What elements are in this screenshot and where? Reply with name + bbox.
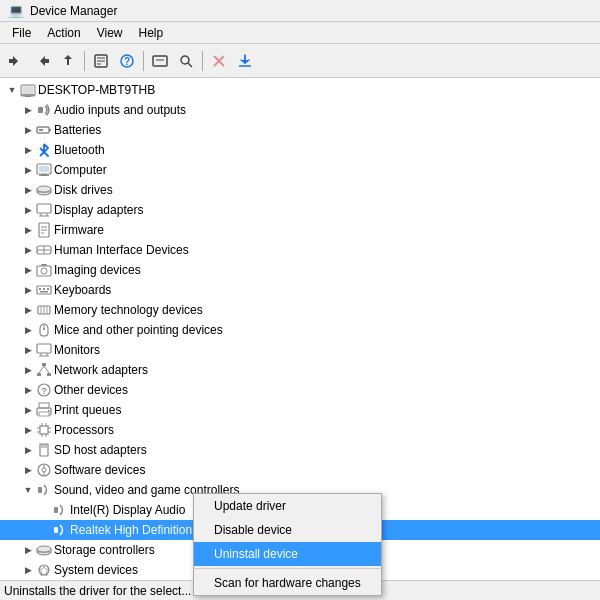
svg-point-45 <box>41 268 47 274</box>
icon-sound <box>36 482 52 498</box>
tree-label-root: DESKTOP-MBT9THB <box>38 83 155 97</box>
expand-audio[interactable]: ▶ <box>20 102 36 118</box>
context-menu: Update driver Disable device Uninstall d… <box>193 493 382 596</box>
tree-item-memory[interactable]: ▶ Memory technology devices <box>0 300 600 320</box>
tree-label-display: Display adapters <box>54 203 143 217</box>
toolbar-sep-1 <box>84 51 85 71</box>
toolbar-back[interactable] <box>4 49 28 73</box>
toolbar-help[interactable]: ? <box>115 49 139 73</box>
expand-print[interactable]: ▶ <box>20 402 36 418</box>
expand-root[interactable]: ▼ <box>4 82 20 98</box>
svg-text:?: ? <box>41 386 47 396</box>
tree-item-hid[interactable]: ▶ Human Interface Devices <box>0 240 600 260</box>
tree-item-network[interactable]: ▶ Network adapters <box>0 360 600 380</box>
tree-item-root[interactable]: ▼ DESKTOP-MBT9THB <box>0 80 600 100</box>
tree-item-keyboards[interactable]: ▶ Keyboards <box>0 280 600 300</box>
tree-item-software[interactable]: ▶ Software devices <box>0 460 600 480</box>
context-menu-scan-hardware[interactable]: Scan for hardware changes <box>194 571 381 595</box>
icon-processors <box>36 422 52 438</box>
tree-item-computer[interactable]: ▶ Computer <box>0 160 600 180</box>
svg-marker-1 <box>64 55 72 59</box>
title-bar-icon: 💻 <box>8 3 24 18</box>
tree-item-batteries[interactable]: ▶ Batteries <box>0 120 600 140</box>
svg-rect-51 <box>40 291 48 293</box>
expand-memory[interactable]: ▶ <box>20 302 36 318</box>
toolbar-remove[interactable] <box>207 49 231 73</box>
tree-label-computer: Computer <box>54 163 107 177</box>
tree-item-sd[interactable]: ▶ SD host adapters <box>0 440 600 460</box>
expand-storage[interactable]: ▶ <box>20 542 36 558</box>
tree-label-processors: Processors <box>54 423 114 437</box>
icon-other: ? <box>36 382 52 398</box>
tree-item-mice[interactable]: ▶ Mice and other pointing devices <box>0 320 600 340</box>
toolbar-forward[interactable] <box>30 49 54 73</box>
svg-rect-33 <box>37 204 51 213</box>
expand-sd[interactable]: ▶ <box>20 442 36 458</box>
icon-firmware <box>36 222 52 238</box>
tree-label-bluetooth: Bluetooth <box>54 143 105 157</box>
tree-item-other[interactable]: ▶ ? Other devices <box>0 380 600 400</box>
context-menu-separator <box>194 568 381 569</box>
expand-keyboards[interactable]: ▶ <box>20 282 36 298</box>
icon-bluetooth <box>36 142 52 158</box>
svg-point-86 <box>42 468 46 472</box>
tree-item-audio[interactable]: ▶ Audio inputs and outputs <box>0 100 600 120</box>
menu-view[interactable]: View <box>89 24 131 42</box>
tree-label-keyboards: Keyboards <box>54 283 111 297</box>
toolbar-update-driver[interactable] <box>148 49 172 73</box>
expand-computer[interactable]: ▶ <box>20 162 36 178</box>
svg-rect-21 <box>25 96 31 97</box>
toolbar-up[interactable] <box>56 49 80 73</box>
toolbar-sep-2 <box>143 51 144 71</box>
svg-rect-63 <box>37 373 41 376</box>
toolbar-scan[interactable] <box>174 49 198 73</box>
tree-item-monitors[interactable]: ▶ Monitors <box>0 340 600 360</box>
expand-realtek <box>36 522 52 538</box>
icon-disk <box>36 182 52 198</box>
expand-processors[interactable]: ▶ <box>20 422 36 438</box>
expand-sound[interactable]: ▼ <box>20 482 36 498</box>
svg-rect-69 <box>39 403 49 408</box>
toolbar-download[interactable] <box>233 49 257 73</box>
tree-label-software: Software devices <box>54 463 145 477</box>
tree-item-processors[interactable]: ▶ Processors <box>0 420 600 440</box>
expand-monitors[interactable]: ▶ <box>20 342 36 358</box>
expand-system[interactable]: ▶ <box>20 562 36 578</box>
tree-item-disk[interactable]: ▶ Disk drives <box>0 180 600 200</box>
tree-item-imaging[interactable]: ▶ Imaging devices <box>0 260 600 280</box>
expand-bluetooth[interactable]: ▶ <box>20 142 36 158</box>
tree-item-print[interactable]: ▶ Print queues <box>0 400 600 420</box>
svg-marker-16 <box>241 60 249 64</box>
expand-other[interactable]: ▶ <box>20 382 36 398</box>
expand-imaging[interactable]: ▶ <box>20 262 36 278</box>
expand-network[interactable]: ▶ <box>20 362 36 378</box>
menu-action[interactable]: Action <box>39 24 88 42</box>
svg-text:?: ? <box>124 56 130 67</box>
menu-file[interactable]: File <box>4 24 39 42</box>
svg-rect-90 <box>54 507 58 513</box>
main-content: ▼ DESKTOP-MBT9THB ▶ Audio inputs and out… <box>0 78 600 600</box>
expand-batteries[interactable]: ▶ <box>20 122 36 138</box>
context-menu-uninstall-device[interactable]: Uninstall device <box>194 542 381 566</box>
tree-item-bluetooth[interactable]: ▶ Bluetooth <box>0 140 600 160</box>
icon-realtek <box>52 522 68 538</box>
expand-hid[interactable]: ▶ <box>20 242 36 258</box>
svg-rect-19 <box>23 87 33 94</box>
icon-memory <box>36 302 52 318</box>
tree-item-display[interactable]: ▶ Display adapters <box>0 200 600 220</box>
svg-rect-48 <box>39 288 41 290</box>
menu-help[interactable]: Help <box>131 24 172 42</box>
expand-software[interactable]: ▶ <box>20 462 36 478</box>
expand-firmware[interactable]: ▶ <box>20 222 36 238</box>
context-menu-disable-device[interactable]: Disable device <box>194 518 381 542</box>
toolbar-properties[interactable] <box>89 49 113 73</box>
tree-item-firmware[interactable]: ▶ Firmware <box>0 220 600 240</box>
icon-sd <box>36 442 52 458</box>
tree-label-sd: SD host adapters <box>54 443 147 457</box>
tree-label-print: Print queues <box>54 403 121 417</box>
expand-disk[interactable]: ▶ <box>20 182 36 198</box>
expand-mice[interactable]: ▶ <box>20 322 36 338</box>
expand-display[interactable]: ▶ <box>20 202 36 218</box>
context-menu-update-driver[interactable]: Update driver <box>194 494 381 518</box>
tree-label-network: Network adapters <box>54 363 148 377</box>
